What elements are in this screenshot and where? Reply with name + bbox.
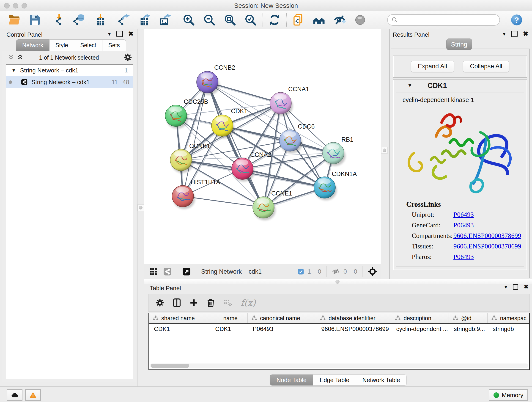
cloud-button[interactable] <box>7 389 22 401</box>
birds-eye-view-icon[interactable] <box>182 267 191 276</box>
tab-select[interactable]: Select <box>74 39 102 51</box>
table-cell[interactable]: stringdb:9... <box>449 324 488 334</box>
tab-node-table[interactable]: Node Table <box>270 375 313 385</box>
node-label-rb1: RB1 <box>341 136 354 143</box>
copy-network-icon[interactable] <box>292 13 305 26</box>
panel-close-icon[interactable]: ✖ <box>128 31 133 37</box>
show-columns-icon[interactable] <box>172 298 182 307</box>
zoom-in-icon[interactable] <box>182 13 195 26</box>
table-cell[interactable]: 9606.ENSP00000378699 <box>316 324 391 334</box>
zoom-selected-icon[interactable] <box>244 13 257 26</box>
network-collection-row[interactable]: ▼ String Network – cdk1 1 <box>6 65 133 76</box>
network-node-rb1[interactable] <box>323 142 344 164</box>
warnings-button[interactable] <box>25 389 41 401</box>
delete-column-trash-icon[interactable] <box>206 298 215 307</box>
collection-expander-icon[interactable]: ▼ <box>12 68 16 73</box>
gene-expander-icon[interactable]: ▼ <box>407 83 412 89</box>
network-node-cdc25b[interactable] <box>165 105 187 127</box>
column-header-shared-name[interactable]: shared name <box>149 313 210 323</box>
table-settings-gear-icon[interactable] <box>155 298 165 307</box>
hide-selected-icon[interactable] <box>333 13 346 26</box>
network-node-cdkn1a[interactable] <box>314 177 336 198</box>
panel-close-icon[interactable]: ✖ <box>524 284 528 290</box>
panel-float-icon[interactable] <box>513 284 518 290</box>
memory-button[interactable]: Memory <box>489 389 528 401</box>
export-network-icon[interactable] <box>117 13 130 26</box>
selected-checkbox-icon[interactable] <box>298 268 304 275</box>
collapse-all-button[interactable]: Collapse All <box>463 61 509 72</box>
network-canvas[interactable]: CCNB2CCNA1CDC25BCDK1CDC6RB1CCNB1CCNA2CDK… <box>144 29 381 264</box>
network-node-ccnb2[interactable] <box>196 71 218 93</box>
panel-float-icon[interactable] <box>116 31 123 37</box>
network-node-cdk1[interactable] <box>211 115 233 136</box>
search-input[interactable] <box>387 14 500 26</box>
crosslink-link[interactable]: 9606.ENSP00000378699 <box>453 242 521 251</box>
network-node-cdc6[interactable] <box>279 130 301 151</box>
fit-selected-crosshair-icon[interactable] <box>367 267 378 277</box>
column-header-name[interactable]: name <box>210 313 248 323</box>
horizontal-splitter-handle[interactable] <box>336 280 340 284</box>
refresh-icon[interactable] <box>268 13 281 26</box>
column-header-database-identifier[interactable]: database identifier <box>316 313 391 323</box>
right-splitter[interactable] <box>381 29 389 279</box>
left-splitter-handle[interactable] <box>138 204 144 211</box>
panel-menu-icon[interactable]: ▾ <box>505 284 507 290</box>
tab-network[interactable]: Network <box>16 39 50 51</box>
panel-close-icon[interactable]: ✖ <box>523 31 528 37</box>
export-table-icon[interactable] <box>138 13 151 26</box>
network-options-gear-icon[interactable] <box>123 52 133 62</box>
table-cell[interactable]: CDK1 <box>149 324 210 334</box>
panel-float-icon[interactable] <box>511 31 518 37</box>
open-session-icon[interactable] <box>8 13 21 26</box>
network-node-ccne1[interactable] <box>253 197 274 218</box>
column-header--id[interactable]: @id <box>449 313 488 323</box>
graphics-details-icon[interactable] <box>354 13 367 26</box>
tab-string[interactable]: String <box>446 38 472 50</box>
table-cell[interactable]: P06493 <box>248 324 316 334</box>
export-image-icon[interactable] <box>158 13 171 26</box>
zoom-out-icon[interactable] <box>203 13 216 26</box>
network-row-selected[interactable]: String Network – cdk1 11 48 <box>6 76 133 88</box>
add-column-icon[interactable] <box>189 298 199 307</box>
grid-view-icon[interactable] <box>149 267 158 276</box>
left-splitter[interactable] <box>138 29 144 386</box>
network-share-icon[interactable] <box>163 267 172 276</box>
network-node-ccna2[interactable] <box>232 158 253 179</box>
tab-edge-table[interactable]: Edge Table <box>313 375 356 385</box>
panel-menu-icon[interactable]: ▾ <box>503 31 505 37</box>
crosslink-link[interactable]: P06493 <box>453 253 474 261</box>
expand-all-button[interactable]: Expand All <box>411 61 454 72</box>
import-database-icon[interactable] <box>73 13 86 26</box>
tab-style[interactable]: Style <box>50 39 75 51</box>
crosslink-link[interactable]: P06493 <box>453 211 474 219</box>
import-network-icon[interactable] <box>52 13 65 26</box>
column-header-namespac[interactable]: namespac <box>488 313 529 323</box>
table-cell[interactable]: stringdb <box>488 324 529 334</box>
table-cell[interactable]: CDK1 <box>210 324 248 334</box>
table-cell[interactable]: cyclin-dependent ... <box>391 324 449 334</box>
first-neighbors-icon[interactable] <box>312 13 325 26</box>
node-table[interactable]: shared namenamecanonical namedatabase id… <box>148 313 530 370</box>
tab-network-table[interactable]: Network Table <box>356 375 407 385</box>
table-row[interactable]: CDK1CDK1P064939606.ENSP00000378699cyclin… <box>149 324 529 334</box>
table-horizontal-scrollbar[interactable] <box>150 364 528 368</box>
import-table-icon[interactable] <box>94 13 106 26</box>
panel-menu-icon[interactable]: ▾ <box>108 31 111 37</box>
hidden-eye-icon[interactable] <box>331 267 340 276</box>
network-node-ccna1[interactable] <box>270 92 291 114</box>
scrollbar-thumb[interactable] <box>151 364 189 368</box>
help-button[interactable]: ? <box>510 14 523 26</box>
zoom-fit-icon[interactable] <box>224 13 236 26</box>
crosslink-link[interactable]: P06493 <box>453 221 474 230</box>
column-header-canonical-name[interactable]: canonical name <box>248 313 316 323</box>
right-splitter-handle[interactable] <box>381 147 388 153</box>
column-header-description[interactable]: description <box>391 313 449 323</box>
network-edge[interactable] <box>183 196 264 207</box>
network-node-hist1h1a[interactable] <box>172 185 194 207</box>
status-bar: Memory <box>0 386 532 402</box>
horizontal-splitter[interactable] <box>144 279 532 284</box>
network-node-ccnb1[interactable] <box>170 149 192 171</box>
save-session-icon[interactable] <box>28 13 41 26</box>
tab-sets[interactable]: Sets <box>102 39 126 51</box>
crosslink-link[interactable]: 9606.ENSP00000378699 <box>453 232 521 240</box>
